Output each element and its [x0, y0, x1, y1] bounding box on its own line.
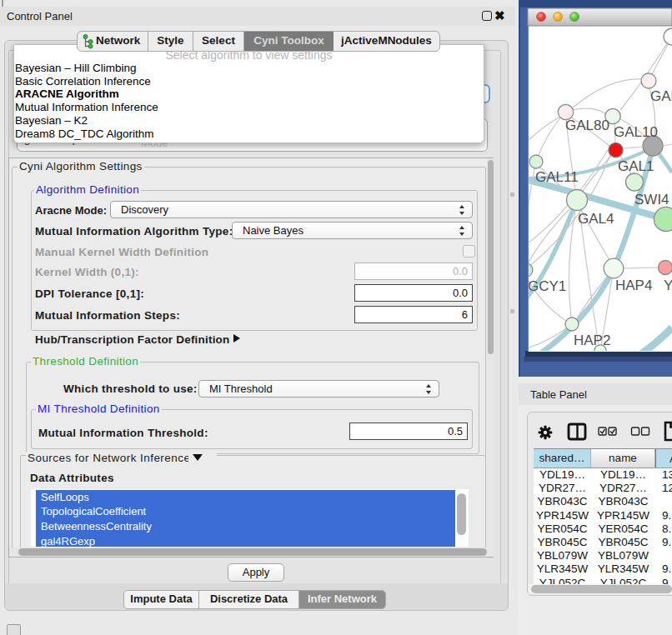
svg-text:SWI4: SWI4 — [634, 192, 669, 208]
svg-text:GAL1: GAL1 — [618, 158, 654, 174]
svg-text:HAP2: HAP2 — [574, 332, 610, 348]
svg-text:GAL10: GAL10 — [614, 124, 658, 140]
svg-text:GCY1: GCY1 — [528, 278, 566, 294]
svg-text:GAL11: GAL11 — [535, 169, 579, 185]
svg-text:GAL4: GAL4 — [578, 211, 614, 227]
svg-text:GAL80: GAL80 — [565, 118, 609, 133]
svg-text:GAL2: GAL2 — [650, 88, 672, 104]
svg-text:HAP4: HAP4 — [615, 278, 652, 293]
svg-text:Y: Y — [664, 278, 672, 293]
